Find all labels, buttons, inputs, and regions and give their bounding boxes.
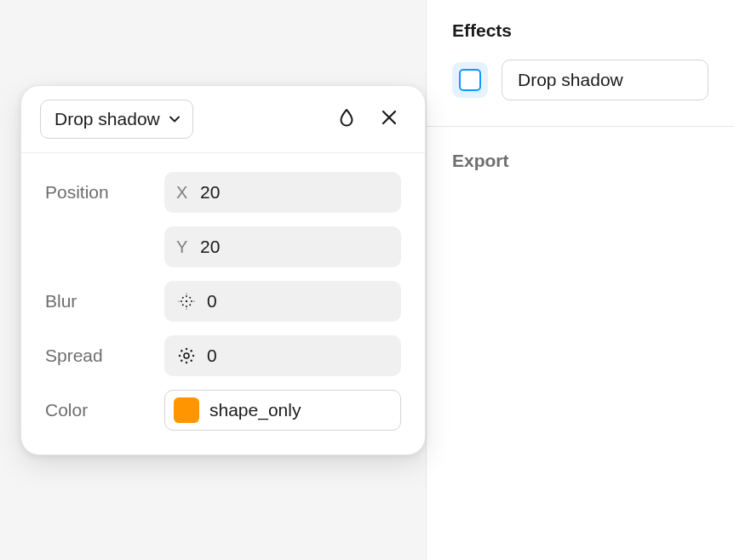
droplet-icon xyxy=(336,107,357,131)
effect-name-field[interactable]: Drop shadow xyxy=(502,60,708,100)
svg-point-5 xyxy=(182,297,184,299)
position-x-value: 20 xyxy=(200,182,220,203)
svg-point-7 xyxy=(182,304,184,306)
popover-header: Drop shadow xyxy=(21,86,425,153)
position-x-row: Position X 20 xyxy=(45,172,401,213)
svg-point-13 xyxy=(184,353,189,358)
svg-point-19 xyxy=(191,350,192,351)
svg-point-18 xyxy=(181,350,182,351)
svg-point-12 xyxy=(193,300,194,301)
blur-row: Blur 0 xyxy=(45,281,401,322)
effect-style-checkbox[interactable] xyxy=(452,62,488,98)
blur-label: Blur xyxy=(45,291,164,311)
blur-input[interactable]: 0 xyxy=(164,281,401,322)
position-label: Position xyxy=(45,182,164,203)
blur-icon xyxy=(176,292,197,311)
color-value-label: shape_only xyxy=(209,400,301,420)
popover-body: Position X 20 Y 20 Blur xyxy=(21,153,425,454)
spread-icon xyxy=(176,346,197,365)
spread-label: Spread xyxy=(45,346,164,366)
position-y-row: Y 20 xyxy=(45,226,401,267)
chevron-down-icon xyxy=(169,113,181,125)
right-panel: Effects Drop shadow Export xyxy=(426,0,734,560)
color-row: Color shape_only xyxy=(45,390,401,431)
svg-point-15 xyxy=(186,362,187,363)
spread-input[interactable]: 0 xyxy=(164,335,401,376)
svg-point-16 xyxy=(179,355,181,357)
effects-section: Effects Drop shadow xyxy=(427,0,734,127)
effects-title: Effects xyxy=(452,20,708,41)
svg-point-17 xyxy=(192,355,194,357)
svg-point-3 xyxy=(181,300,182,302)
svg-point-2 xyxy=(186,306,187,307)
close-popover-button[interactable] xyxy=(372,102,406,136)
svg-point-21 xyxy=(191,360,192,362)
svg-rect-0 xyxy=(186,300,187,302)
svg-point-9 xyxy=(186,293,186,294)
svg-point-8 xyxy=(189,304,191,306)
effect-type-label: Drop shadow xyxy=(54,109,160,129)
svg-point-11 xyxy=(178,300,179,301)
svg-point-14 xyxy=(186,348,187,350)
blur-value: 0 xyxy=(207,291,217,311)
svg-point-1 xyxy=(186,295,187,297)
effects-row: Drop shadow xyxy=(452,60,708,100)
export-section[interactable]: Export xyxy=(427,127,734,195)
effect-settings-popover: Drop shadow Position X 20 xyxy=(20,85,426,455)
effect-type-select[interactable]: Drop shadow xyxy=(40,100,193,139)
position-y-prefix: Y xyxy=(176,237,190,257)
effect-name-label: Drop shadow xyxy=(518,70,623,90)
close-icon xyxy=(380,108,399,130)
spread-row: Spread 0 xyxy=(45,335,401,376)
position-y-input[interactable]: Y 20 xyxy=(164,226,401,267)
svg-point-20 xyxy=(181,360,182,362)
spread-value: 0 xyxy=(207,346,217,366)
position-y-value: 20 xyxy=(200,237,220,257)
svg-point-4 xyxy=(191,300,192,302)
position-x-input[interactable]: X 20 xyxy=(164,172,401,213)
color-label: Color xyxy=(45,400,164,420)
checkbox-square-icon xyxy=(459,69,481,91)
export-title: Export xyxy=(452,151,708,171)
blend-mode-button[interactable] xyxy=(330,102,364,136)
position-x-prefix: X xyxy=(176,183,190,203)
svg-point-6 xyxy=(189,297,191,299)
svg-point-10 xyxy=(186,308,186,309)
color-input[interactable]: shape_only xyxy=(164,390,401,431)
color-swatch xyxy=(174,397,199,423)
